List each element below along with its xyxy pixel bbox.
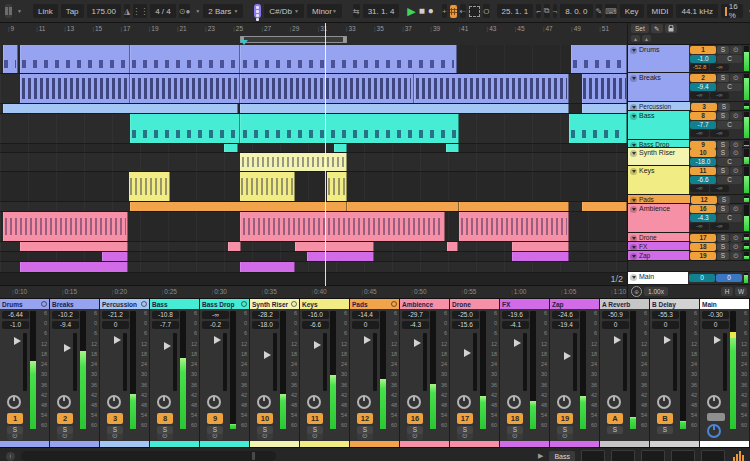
tap-tempo-button[interactable]: Tap [61, 4, 84, 18]
volume-field[interactable]: -4.3 [690, 214, 716, 222]
clip[interactable] [129, 172, 170, 201]
track-header-zap[interactable]: Zap19S⊙ [628, 251, 750, 261]
fold-icon[interactable] [630, 47, 637, 54]
solo-button[interactable]: S [107, 426, 123, 434]
track-number-badge[interactable]: 1 [690, 46, 716, 54]
clip[interactable] [512, 252, 569, 261]
draw-mode-icon[interactable] [469, 4, 480, 18]
nudge-icon[interactable]: ⊙● [179, 4, 191, 18]
volume-fader-track[interactable] [573, 333, 577, 391]
pan-knob[interactable] [107, 395, 121, 409]
volume-value[interactable]: 0 [352, 321, 379, 329]
mixer-strip-a-reverb[interactable]: A Reverb-50.90AS606121824303642485460 [600, 299, 650, 447]
track-lane-bass-drop[interactable] [0, 144, 627, 153]
clip[interactable] [582, 104, 627, 113]
peak-level-value[interactable]: -25.0 [452, 311, 479, 319]
arm-button[interactable]: ⊙ [730, 167, 742, 175]
arm-button[interactable]: ⊙ [730, 252, 742, 260]
volume-fader-handle[interactable] [664, 336, 675, 344]
clip[interactable] [582, 202, 627, 211]
track-lane-ambience[interactable] [0, 212, 627, 242]
pan-knob[interactable] [657, 395, 671, 409]
time-ruler[interactable]: 0:100:150:200:250:300:350:400:450:500:55… [0, 285, 627, 298]
volume-value[interactable]: 0 [102, 321, 129, 329]
solo-button[interactable]: S [717, 149, 729, 157]
track-header-breaks[interactable]: Breaks2S⊙-9.4C-∞-∞ [628, 73, 750, 102]
clip[interactable] [224, 144, 237, 152]
clip[interactable] [459, 202, 569, 211]
mixer-strip-breaks[interactable]: Breaks-10.2-9.42S606121824303642485460⊙ [50, 299, 100, 447]
clip[interactable] [130, 45, 240, 73]
midi-map-button[interactable]: MIDI [647, 4, 674, 18]
volume-fader-handle[interactable] [314, 341, 325, 349]
volume-fader-handle[interactable] [164, 342, 175, 350]
loop-brace[interactable] [240, 36, 347, 43]
mixer-strip-percussion[interactable]: Percussion-21.203S606121824303642485460⊙ [100, 299, 150, 447]
pencil-icon[interactable]: ✎ [651, 24, 663, 33]
mixer-strip-synth-riser[interactable]: Synth Riser-28.2-18.010S6061218243036424… [250, 299, 300, 447]
info-icon[interactable]: i [6, 452, 15, 461]
volume-field[interactable]: -6.6 [690, 176, 716, 184]
crossfade-assign[interactable] [707, 413, 725, 421]
mixer-track-tab[interactable]: Bass Drop [200, 299, 249, 309]
scale-awareness-button[interactable] [254, 4, 261, 18]
clip[interactable] [20, 74, 130, 103]
solo-button[interactable]: S [717, 112, 729, 120]
volume-fader-handle[interactable] [64, 344, 75, 352]
volume-field[interactable]: -18.0 [690, 158, 716, 166]
track-lane-fx[interactable] [0, 252, 627, 262]
pan-field[interactable]: C [717, 176, 742, 184]
overdub-button[interactable] [450, 5, 457, 18]
clip[interactable] [240, 172, 295, 201]
mixer-strip-bass-drop[interactable]: Bass Drop-∞-0.29S606121824303642485460⊙ [200, 299, 250, 447]
fold-icon[interactable] [630, 150, 637, 157]
pan-field[interactable]: C [717, 83, 742, 91]
zoom-level-field[interactable]: 1.00x [644, 287, 668, 296]
new-midi-icon[interactable]: + [442, 4, 447, 18]
tempo-field[interactable]: 175.00 [87, 4, 121, 18]
pan-knob[interactable] [57, 395, 71, 409]
clip[interactable] [102, 252, 128, 261]
device-thumbnail[interactable] [671, 450, 695, 461]
track-header-drone[interactable]: Drone17S⊙ [628, 233, 750, 242]
track-number-badge[interactable]: 2 [690, 74, 716, 82]
quantization-menu[interactable]: 2 Bars▼ [203, 4, 243, 18]
pan-knob[interactable] [557, 395, 571, 409]
mixer-track-tab[interactable]: Drums [0, 299, 49, 309]
status-info-field[interactable] [21, 451, 276, 461]
loop-region-icon[interactable]: ⧉ [544, 4, 550, 18]
solo-button[interactable]: S [407, 426, 423, 434]
back-to-arrangement-icon[interactable]: ⇠ [460, 4, 467, 18]
track-lane-percussion[interactable] [0, 104, 627, 114]
solo-button[interactable]: S [507, 426, 523, 434]
pan-knob[interactable] [357, 395, 371, 409]
volume-value[interactable]: -15.6 [452, 321, 479, 329]
playhead[interactable] [325, 23, 326, 286]
play-button[interactable]: ▶ [407, 6, 415, 17]
height-zoom-button[interactable]: H [721, 287, 733, 296]
clip[interactable] [459, 212, 569, 241]
clip[interactable] [130, 114, 240, 143]
solo-button[interactable]: S [717, 243, 729, 251]
control-surface-icon[interactable] [5, 4, 12, 18]
volume-value[interactable]: -4.3 [402, 321, 429, 329]
track-number-badge[interactable]: 10 [690, 149, 716, 157]
solo-button[interactable]: S [157, 426, 173, 434]
track-lane-drone[interactable] [0, 242, 627, 252]
track-number-badge[interactable]: 9 [207, 413, 223, 424]
peak-level-value[interactable]: -10.2 [52, 311, 79, 319]
key-map-button[interactable]: Key [620, 4, 644, 18]
spectrum-icon[interactable] [733, 451, 744, 461]
mixer-track-tab[interactable]: Breaks [50, 299, 99, 309]
main-volume-field[interactable]: 0 [689, 274, 715, 282]
volume-value[interactable]: -6.6 [302, 321, 329, 329]
arrangement-timeline[interactable]: 9111315171921232527293133353739414345474… [0, 23, 627, 298]
volume-field[interactable]: -1.0 [690, 55, 716, 63]
clip[interactable] [240, 212, 445, 241]
peak-level-value[interactable]: -10.8 [152, 311, 179, 319]
track-number-badge[interactable]: 16 [690, 205, 716, 213]
clip[interactable] [307, 252, 375, 261]
peak-level-value[interactable]: -28.2 [252, 311, 279, 319]
clip[interactable] [347, 202, 459, 211]
volume-value[interactable]: -7.7 [152, 321, 179, 329]
